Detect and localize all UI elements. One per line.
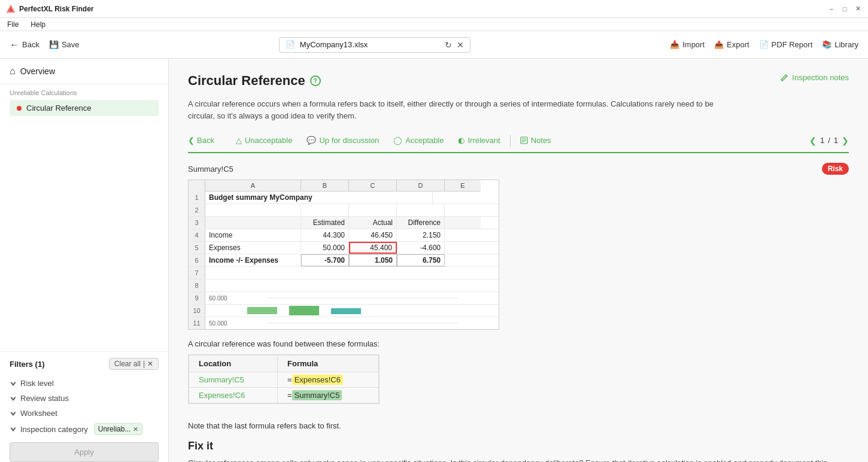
- table-row: Expenses!C6 =Summary!C5: [189, 388, 379, 403]
- chevron-down-icon: [10, 410, 17, 417]
- app-title: PerfectXL Risk Finder: [19, 5, 827, 13]
- filter-risk-level-label: Risk level: [20, 379, 54, 388]
- cell-a6: Income -/- Expenses: [205, 254, 301, 266]
- chat-icon: 💬: [306, 136, 316, 145]
- cell-c3: Actual: [349, 217, 397, 229]
- home-icon: ⌂: [10, 66, 16, 77]
- export-button[interactable]: 📤 Export: [714, 40, 749, 49]
- action-back-button[interactable]: ❮ Back: [188, 136, 214, 145]
- formula-table-header-formula: Formula: [278, 355, 379, 372]
- sidebar-overview-item[interactable]: ⌂ Overview: [10, 66, 159, 77]
- chart-bars: [205, 305, 481, 317]
- file-input[interactable]: 📄 MyCompany13.xlsx ↻ ✕: [279, 37, 471, 53]
- filter-worksheet[interactable]: Worksheet: [10, 406, 159, 421]
- irrelevant-button[interactable]: ◐ Irrelevant: [451, 133, 507, 147]
- filter-inspection-category[interactable]: Inspection category: [10, 425, 88, 434]
- col-header-a: A: [205, 180, 301, 192]
- close-button[interactable]: ✕: [854, 5, 862, 13]
- content-header: Circular Reference ? Inspection notes: [188, 73, 849, 89]
- cell-a4: Income: [205, 229, 301, 241]
- save-button[interactable]: 💾 Save: [49, 40, 80, 49]
- pagination: ❮ 1 / 1 ❯: [809, 136, 849, 145]
- inspection-tag-text: Unreliab...: [98, 425, 131, 433]
- sidebar-unreliable-section: Unreliable Calculations Circular Referen…: [0, 84, 168, 118]
- back-arrow-icon: ←: [10, 39, 19, 50]
- menu-file[interactable]: File: [5, 20, 21, 29]
- cell-reference-row: Summary!C5 Risk: [188, 163, 849, 175]
- cell-b5: 50.000: [301, 242, 349, 254]
- table-row: 7: [189, 267, 499, 279]
- prev-page-button[interactable]: ❮: [809, 136, 817, 145]
- clear-all-button[interactable]: Clear all | ✕: [109, 358, 159, 370]
- import-button[interactable]: 📥 Import: [670, 40, 705, 49]
- page-total: 1: [834, 136, 838, 145]
- file-undo-icon[interactable]: ↻: [445, 40, 452, 50]
- cell-b4: 44.300: [301, 229, 349, 241]
- check-circle-icon: ◯: [393, 136, 402, 145]
- remove-tag-button[interactable]: ✕: [133, 425, 138, 433]
- fixit-section: Fix it Circular references among cells o…: [188, 440, 849, 462]
- sidebar-item-circular-reference[interactable]: Circular Reference: [10, 100, 159, 116]
- circle-icon: ◐: [458, 136, 465, 145]
- up-for-discussion-label: Up for discussion: [319, 136, 379, 145]
- filter-risk-level[interactable]: Risk level: [10, 376, 159, 391]
- cell-d4: 2.150: [397, 229, 445, 241]
- table-row: 2: [189, 204, 499, 217]
- filter-review-status[interactable]: Review status: [10, 391, 159, 406]
- minimize-button[interactable]: −: [827, 5, 836, 13]
- filters-header: Filters (1) Clear all | ✕: [10, 358, 159, 370]
- file-name: MyCompany13.xlsx: [300, 40, 440, 49]
- cell-d5: -4.600: [397, 242, 445, 254]
- sidebar-section-title: Unreliable Calculations: [10, 89, 159, 96]
- pdf-report-button[interactable]: 📄 PDF Report: [759, 40, 813, 49]
- help-icon[interactable]: ?: [310, 75, 321, 86]
- cell-a5: Expenses: [205, 242, 301, 254]
- library-button[interactable]: 📚 Library: [822, 40, 858, 49]
- file-close-icon[interactable]: ✕: [457, 40, 464, 50]
- last-formula-note: Note that the last formula refers back t…: [188, 421, 849, 430]
- inspection-notes-button[interactable]: Inspection notes: [780, 73, 849, 82]
- fixit-title: Fix it: [188, 440, 849, 452]
- sidebar: ⌂ Overview Unreliable Calculations Circu…: [0, 59, 169, 462]
- chevron-down-icon: [10, 395, 17, 402]
- overview-label: Overview: [20, 66, 55, 76]
- apply-button[interactable]: Apply: [10, 442, 159, 462]
- svg-rect-8: [289, 306, 319, 315]
- cell-d6: 6.750: [397, 254, 445, 266]
- col-header-d: D: [397, 180, 445, 192]
- table-row: 9 60.000: [189, 292, 499, 305]
- maximize-button[interactable]: □: [840, 5, 849, 13]
- back-button[interactable]: ← Back: [10, 39, 40, 50]
- page-description: A circular reference occurs when a formu…: [188, 98, 727, 121]
- notes-label: Notes: [531, 136, 551, 145]
- table-row: Summary!C5 =Expenses!C6: [189, 372, 379, 388]
- cell-reference: Summary!C5: [188, 165, 233, 174]
- main-content: Circular Reference ? Inspection notes A …: [169, 59, 868, 462]
- toolbar: ← Back 💾 Save 📄 MyCompany13.xlsx ↻ ✕ 📥 I…: [0, 31, 868, 59]
- notes-button[interactable]: Notes: [513, 133, 559, 147]
- col-header-e: E: [445, 180, 481, 192]
- notes-edit-icon: [520, 136, 528, 144]
- up-for-discussion-button[interactable]: 💬 Up for discussion: [299, 133, 386, 147]
- save-icon: 💾: [49, 40, 59, 49]
- save-label: Save: [62, 40, 80, 49]
- import-icon: 📥: [670, 40, 679, 49]
- menu-help[interactable]: Help: [28, 20, 48, 29]
- table-row: 6 Income -/- Expenses -5.700 1.050 6.750: [189, 254, 499, 267]
- acceptable-label: Acceptable: [405, 136, 444, 145]
- next-page-button[interactable]: ❯: [842, 136, 849, 145]
- page-title-container: Circular Reference ?: [188, 73, 321, 89]
- row-num-header: [189, 180, 205, 192]
- cell-b3: Estimated: [301, 217, 349, 229]
- unacceptable-button[interactable]: △ Unacceptable: [229, 133, 300, 147]
- filter-review-status-label: Review status: [20, 394, 69, 403]
- risk-dot-icon: [17, 106, 22, 111]
- import-label: Import: [682, 40, 705, 49]
- acceptable-button[interactable]: ◯ Acceptable: [386, 133, 451, 147]
- column-headers: A B C D E: [189, 180, 499, 192]
- chevron-down-icon: [10, 425, 17, 433]
- clear-all-x-icon[interactable]: ✕: [147, 360, 153, 368]
- unacceptable-label: Unacceptable: [245, 136, 293, 145]
- export-label: Export: [727, 40, 749, 49]
- svg-rect-7: [247, 307, 277, 314]
